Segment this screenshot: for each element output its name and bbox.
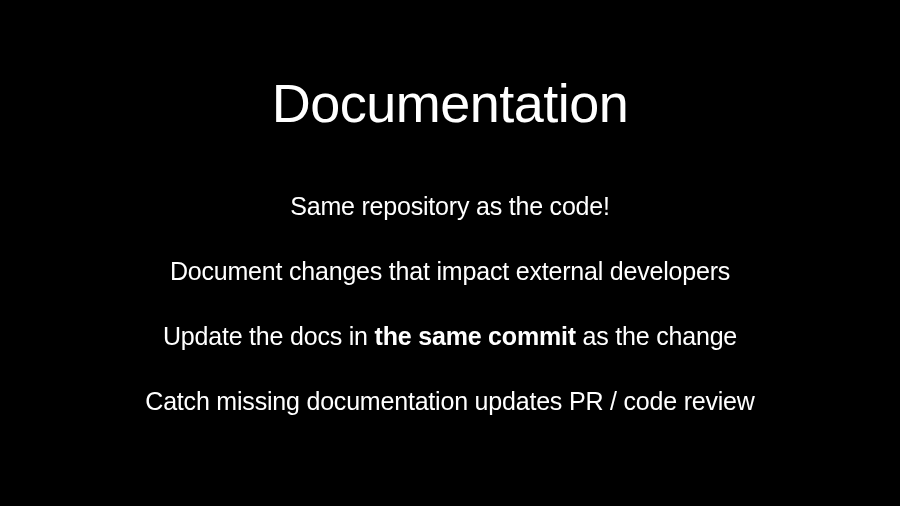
bullet-suffix: as the change	[576, 322, 737, 350]
bullet-bold: the same commit	[375, 322, 576, 350]
bullet-item: Update the docs in the same commit as th…	[163, 322, 737, 351]
slide-title: Documentation	[272, 72, 629, 134]
bullet-list: Same repository as the code! Document ch…	[145, 192, 754, 416]
bullet-item: Catch missing documentation updates PR /…	[145, 387, 754, 416]
bullet-item: Same repository as the code!	[290, 192, 610, 221]
bullet-item: Document changes that impact external de…	[170, 257, 730, 286]
bullet-prefix: Update the docs in	[163, 322, 375, 350]
